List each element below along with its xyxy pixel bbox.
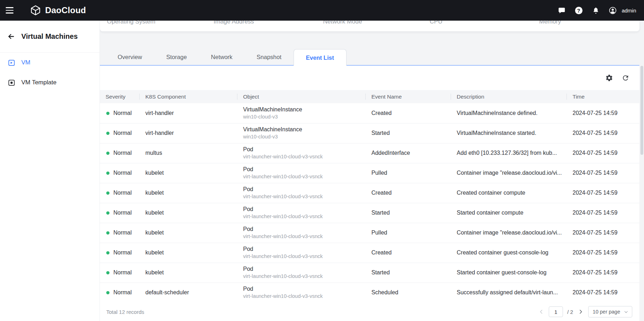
table-row: Normal kubelet Pod virt-launcher-win10-c…	[100, 243, 639, 263]
vm-summary-card: Operating System Image Address Network M…	[100, 21, 639, 31]
object-name: win10-cloud-v3	[243, 133, 366, 140]
tab-event-list[interactable]: Event List	[294, 49, 347, 65]
severity-label: Normal	[113, 230, 132, 236]
object-name: virt-launcher-win10-cloud-v3-vsnck	[243, 153, 366, 160]
page-size-select[interactable]: 10 per page	[588, 306, 632, 317]
event-name-cell: Scheduled	[366, 283, 451, 302]
brand[interactable]: DaoCloud	[30, 5, 86, 16]
table-row: Normal multus Pod virt-launcher-win10-cl…	[100, 143, 639, 163]
object-name: virt-launcher-win10-cloud-v3-vsnck	[243, 233, 366, 240]
object-cell: VirtualMachineInstance win10-cloud-v3	[237, 123, 366, 143]
main-content: Operating System Image Address Network M…	[100, 21, 644, 321]
time-cell: 2024-07-25 14:59	[567, 143, 639, 163]
severity-dot-icon	[106, 152, 109, 155]
refresh-icon[interactable]	[622, 74, 629, 82]
severity-label: Normal	[113, 289, 132, 295]
page-number-input[interactable]: 1	[549, 306, 563, 317]
description-cell: Started container guest-console-log	[451, 263, 567, 283]
table-row: Normal kubelet Pod virt-launcher-win10-c…	[100, 263, 639, 283]
total-records-label: Total 12 records	[106, 309, 144, 315]
event-table-body: Normal virt-handler VirtualMachineInstan…	[100, 103, 639, 302]
severity-cell: Normal	[100, 163, 140, 183]
object-cell: Pod virt-launcher-win10-cloud-v3-vsnck	[237, 223, 366, 243]
time-cell: 2024-07-25 14:59	[567, 123, 639, 143]
sidebar-item-vm-template[interactable]: VM Template	[0, 73, 100, 93]
description-cell: Created container compute	[451, 183, 567, 203]
table-row: Normal kubelet Pod virt-launcher-win10-c…	[100, 223, 639, 243]
object-name: virt-launcher-win10-cloud-v3-vsnck	[243, 213, 366, 220]
object-kind: Pod	[243, 206, 366, 213]
tab-overview[interactable]: Overview	[106, 49, 154, 65]
severity-cell: Normal	[100, 263, 140, 283]
component-cell: kubelet	[140, 223, 237, 243]
severity-dot-icon	[106, 211, 109, 215]
object-kind: VirtualMachineInstance	[243, 106, 366, 113]
table-row: Normal kubelet Pod virt-launcher-win10-c…	[100, 163, 639, 183]
brand-name: DaoCloud	[45, 5, 86, 15]
summary-field-cpu: CPU	[430, 21, 442, 25]
severity-cell: Normal	[100, 103, 140, 123]
description-cell: Created container guest-console-log	[451, 243, 567, 263]
help-icon[interactable]: ?	[575, 6, 583, 14]
event-name-cell: Created	[366, 243, 451, 263]
tab-snapshot[interactable]: Snapshot	[245, 49, 294, 65]
time-cell: 2024-07-25 14:59	[567, 263, 639, 283]
notifications-bell-icon[interactable]	[592, 6, 600, 14]
event-name-cell: Pulled	[366, 163, 451, 183]
next-page-icon[interactable]	[578, 309, 584, 315]
severity-cell: Normal	[100, 123, 140, 143]
col-k8s-component: K8S Component	[140, 90, 237, 103]
severity-dot-icon	[106, 132, 109, 135]
table-row: Normal virt-handler VirtualMachineInstan…	[100, 103, 639, 123]
vm-icon	[8, 59, 15, 67]
username-label: admin	[622, 7, 636, 14]
component-cell: kubelet	[140, 163, 237, 183]
severity-label: Normal	[113, 249, 132, 256]
back-icon[interactable]	[7, 32, 15, 41]
object-name: virt-launcher-win10-cloud-v3-vsnck	[243, 253, 366, 260]
tab-bar: Overview Storage Network Snapshot Event …	[100, 49, 639, 65]
severity-cell: Normal	[100, 283, 140, 302]
object-cell: Pod virt-launcher-win10-cloud-v3-vsnck	[237, 243, 366, 263]
object-cell: Pod virt-launcher-win10-cloud-v3-vsnck	[237, 143, 366, 163]
event-name-cell: Started	[366, 203, 451, 223]
event-table: Severity K8S Component Object Event Name…	[100, 90, 639, 303]
component-cell: default-scheduler	[140, 283, 237, 302]
summary-field-memory: Memory	[539, 21, 561, 25]
severity-cell: Normal	[100, 183, 140, 203]
sidebar-item-vm[interactable]: VM	[0, 53, 100, 73]
col-description: Description	[451, 90, 567, 103]
sidebar-title: Virtual Machines	[21, 32, 78, 41]
sidebar-item-label: VM Template	[21, 79, 57, 86]
object-name: virt-launcher-win10-cloud-v3-vsnck	[243, 273, 366, 280]
time-cell: 2024-07-25 14:59	[567, 203, 639, 223]
menu-icon[interactable]	[6, 6, 14, 15]
chat-icon[interactable]	[558, 6, 565, 14]
description-cell: Container image "release.daocloud.io/vi.…	[451, 163, 567, 183]
table-footer: Total 12 records 1 / 2 10 per page	[100, 302, 639, 321]
user-avatar[interactable]	[609, 6, 617, 14]
component-cell: kubelet	[140, 183, 237, 203]
table-toolbar	[100, 65, 639, 90]
settings-icon[interactable]	[605, 74, 613, 82]
object-kind: Pod	[243, 226, 366, 233]
severity-dot-icon	[106, 112, 109, 115]
severity-dot-icon	[106, 191, 109, 195]
time-cell: 2024-07-25 14:59	[567, 243, 639, 263]
component-cell: kubelet	[140, 263, 237, 283]
object-kind: Pod	[243, 166, 366, 173]
scrollbar-thumb[interactable]	[640, 66, 643, 155]
page-size-value: 10 per page	[593, 309, 620, 315]
tab-network[interactable]: Network	[199, 49, 245, 65]
component-cell: kubelet	[140, 243, 237, 263]
object-kind: Pod	[243, 265, 366, 273]
table-header-row: Severity K8S Component Object Event Name…	[100, 90, 639, 103]
tab-storage[interactable]: Storage	[154, 49, 199, 65]
severity-label: Normal	[113, 110, 132, 116]
time-cell: 2024-07-25 14:59	[567, 163, 639, 183]
prev-page-icon[interactable]	[538, 309, 544, 315]
time-cell: 2024-07-25 14:59	[567, 223, 639, 243]
topbar: DaoCloud ? admin	[0, 0, 644, 21]
severity-dot-icon	[106, 231, 109, 235]
severity-cell: Normal	[100, 243, 140, 263]
